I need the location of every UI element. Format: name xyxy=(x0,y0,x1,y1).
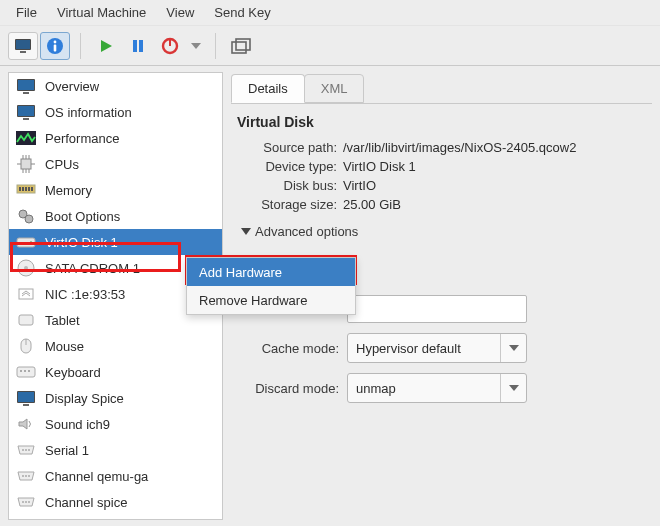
sidebar-item-virtio-disk-1[interactable]: VirtIO Disk 1 xyxy=(9,229,222,255)
pause-button[interactable] xyxy=(123,32,153,60)
monitor-icon xyxy=(15,389,37,407)
svg-rect-16 xyxy=(23,92,29,94)
cache-mode-combo[interactable]: Hypervisor default xyxy=(347,333,527,363)
console-button[interactable] xyxy=(8,32,38,60)
sidebar-item-sound[interactable]: Sound ich9 xyxy=(9,411,222,437)
row-disk-bus: Disk bus: VirtIO xyxy=(237,176,646,195)
menu-file[interactable]: File xyxy=(6,1,47,24)
shutdown-button[interactable] xyxy=(155,32,185,60)
svg-rect-1 xyxy=(16,40,30,49)
toolbar xyxy=(0,26,660,66)
serial-input[interactable] xyxy=(347,295,527,323)
sidebar-item-label: NIC :1e:93:53 xyxy=(45,287,125,302)
svg-point-55 xyxy=(22,449,24,451)
sidebar-item-label: Channel qemu-ga xyxy=(45,469,148,484)
sidebar-item-mouse[interactable]: Mouse xyxy=(9,333,222,359)
snapshots-icon xyxy=(231,38,251,54)
sidebar-item-keyboard[interactable]: Keyboard xyxy=(9,359,222,385)
svg-rect-8 xyxy=(139,40,143,52)
svg-point-64 xyxy=(25,501,27,503)
sidebar-item-channel-qemu-ga[interactable]: Channel qemu-ga xyxy=(9,463,222,489)
serial-icon xyxy=(15,467,37,485)
power-icon xyxy=(161,37,179,55)
disk-icon xyxy=(15,233,37,251)
discard-mode-dropdown-button[interactable] xyxy=(500,374,526,402)
serial-icon xyxy=(15,441,37,459)
sidebar-item-overview[interactable]: Overview xyxy=(9,73,222,99)
pause-icon xyxy=(130,38,146,54)
tab-xml[interactable]: XML xyxy=(304,74,365,103)
info-icon xyxy=(46,37,64,55)
svg-marker-66 xyxy=(241,228,251,235)
sidebar-item-boot-options[interactable]: Boot Options xyxy=(9,203,222,229)
svg-rect-15 xyxy=(18,80,34,90)
svg-marker-11 xyxy=(191,43,201,49)
menu-view[interactable]: View xyxy=(156,1,204,24)
svg-rect-12 xyxy=(232,42,246,53)
cache-mode-dropdown-button[interactable] xyxy=(500,334,526,362)
sidebar-item-display-spice[interactable]: Display Spice xyxy=(9,385,222,411)
menu-virtual-machine[interactable]: Virtual Machine xyxy=(47,1,156,24)
label-disk-bus: Disk bus: xyxy=(247,178,343,193)
sidebar-item-label: Keyboard xyxy=(45,365,101,380)
sidebar-item-performance[interactable]: Performance xyxy=(9,125,222,151)
svg-point-41 xyxy=(24,266,28,270)
sound-icon xyxy=(15,415,37,433)
svg-rect-21 xyxy=(21,159,31,169)
row-cache-mode: Cache mode: Hypervisor default xyxy=(237,333,646,363)
sidebar-item-serial-1[interactable]: Serial 1 xyxy=(9,437,222,463)
context-menu: Add Hardware Remove Hardware xyxy=(186,257,356,315)
serial-icon xyxy=(15,493,37,511)
svg-rect-43 xyxy=(19,315,33,325)
label-storage-size: Storage size: xyxy=(247,197,343,212)
svg-rect-5 xyxy=(54,44,57,51)
value-disk-bus: VirtIO xyxy=(343,178,376,193)
sidebar-item-label: Overview xyxy=(45,79,99,94)
sidebar-item-cpus[interactable]: CPUs xyxy=(9,151,222,177)
sidebar-item-channel-spice[interactable]: Channel spice xyxy=(9,489,222,515)
sidebar-item-label: Channel spice xyxy=(45,495,127,510)
svg-point-37 xyxy=(25,215,33,223)
sidebar-item-label: Sound ich9 xyxy=(45,417,110,432)
gears-icon xyxy=(15,207,37,225)
svg-point-4 xyxy=(54,40,57,43)
sidebar-item-label: SATA CDROM 1 xyxy=(45,261,140,276)
svg-marker-6 xyxy=(101,40,112,52)
sidebar-item-label: Serial 1 xyxy=(45,443,89,458)
menu-send-key[interactable]: Send Key xyxy=(204,1,280,24)
monitor-icon xyxy=(15,77,37,95)
snapshots-button[interactable] xyxy=(226,32,256,60)
row-storage-size: Storage size: 25.00 GiB xyxy=(237,195,646,214)
svg-point-61 xyxy=(28,475,30,477)
tabs: Details XML xyxy=(231,72,652,104)
svg-point-57 xyxy=(28,449,30,451)
value-device-type: VirtIO Disk 1 xyxy=(343,159,416,174)
value-storage-size: 25.00 GiB xyxy=(343,197,401,212)
sidebar-item-label: Display Spice xyxy=(45,391,124,406)
shutdown-menu-button[interactable] xyxy=(187,32,205,60)
sidebar-item-memory[interactable]: Memory xyxy=(9,177,222,203)
context-menu-remove-hardware[interactable]: Remove Hardware xyxy=(187,286,355,314)
play-icon xyxy=(98,38,114,54)
svg-rect-7 xyxy=(133,40,137,52)
context-menu-add-hardware[interactable]: Add Hardware xyxy=(187,258,355,286)
svg-point-56 xyxy=(25,449,27,451)
discard-mode-combo[interactable]: unmap xyxy=(347,373,527,403)
sidebar-item-os-information[interactable]: OS information xyxy=(9,99,222,125)
run-button[interactable] xyxy=(91,32,121,60)
svg-rect-13 xyxy=(236,39,250,50)
memory-icon xyxy=(15,181,37,199)
sidebar-item-label: Mouse xyxy=(45,339,84,354)
svg-marker-68 xyxy=(509,385,519,391)
label-device-type: Device type: xyxy=(247,159,343,174)
row-source-path: Source path: /var/lib/libvirt/images/Nix… xyxy=(237,138,646,157)
row-device-type: Device type: VirtIO Disk 1 xyxy=(237,157,646,176)
chevron-down-icon xyxy=(509,345,519,351)
sidebar-item-label: OS information xyxy=(45,105,132,120)
sidebar-item-label: VirtIO Disk 1 xyxy=(45,235,118,250)
advanced-options-expander[interactable]: Advanced options xyxy=(241,224,646,239)
details-button[interactable] xyxy=(40,32,70,60)
tab-details[interactable]: Details xyxy=(231,74,305,103)
svg-rect-38 xyxy=(17,238,35,247)
svg-rect-2 xyxy=(20,51,26,53)
